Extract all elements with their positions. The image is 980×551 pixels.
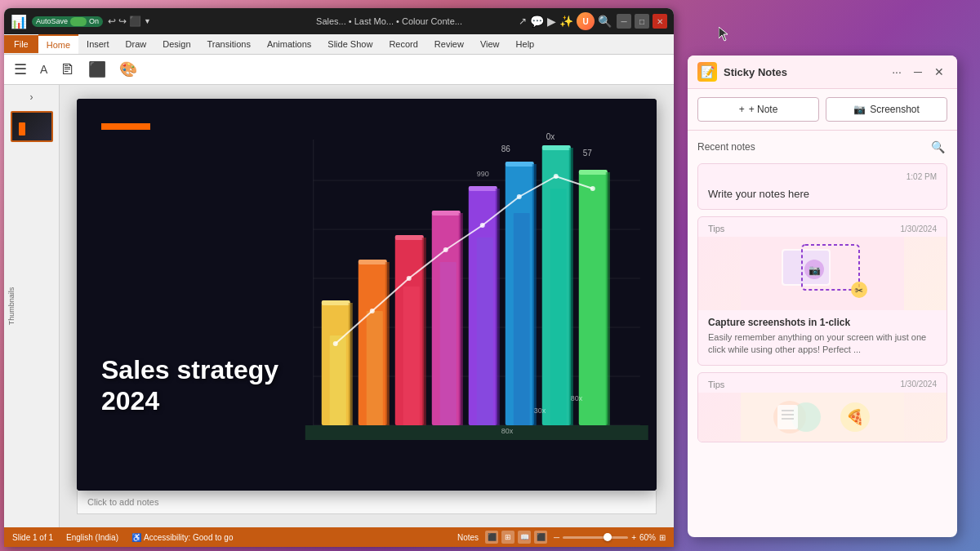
quick-access-icon[interactable]: ⬛ [129, 16, 141, 27]
redo-icon[interactable]: ↪ [118, 16, 127, 27]
zoom-slider[interactable]: ─ + 60% ⊞ [554, 533, 666, 542]
titlebar-left: 📊 AutoSave On ↩ ↪ ⬛ ▼ [11, 14, 260, 29]
ribbon-tool-icon-2[interactable]: A [37, 61, 51, 78]
tips-image-3: 🍕 [698, 393, 947, 442]
autosave-badge[interactable]: AutoSave On [32, 16, 103, 27]
tab-file[interactable]: File [4, 35, 38, 53]
slide-chart-area: 57 0x 86 30x 80x 990 80x [280, 99, 657, 491]
screenshot-label: Screenshot [870, 104, 920, 115]
undo-icon[interactable]: ↩ [108, 16, 116, 27]
profile-area: ↗ 💬 ▶ ✨ U 🔍 [519, 12, 612, 30]
svg-rect-28 [532, 164, 536, 425]
tab-draw[interactable]: Draw [118, 35, 155, 53]
svg-point-47 [516, 194, 521, 199]
comments-icon[interactable]: 💬 [530, 15, 544, 28]
tab-help[interactable]: Help [508, 35, 543, 53]
tab-design[interactable]: Design [154, 35, 198, 53]
ppt-app-icon: 📊 [11, 14, 27, 29]
screenshot-icon: 📷 [853, 104, 866, 115]
tips-card-2-header: Tips 1/30/2024 [698, 217, 947, 237]
ppt-statusbar: Slide 1 of 1 English (India) ♿ Accessibi… [4, 527, 674, 547]
collapse-thumbnails-btn[interactable]: › [27, 88, 37, 106]
thumb-bar-1 [19, 122, 25, 136]
zoom-level: 60% [639, 533, 656, 542]
tab-review[interactable]: Review [426, 35, 472, 53]
tab-view[interactable]: View [472, 35, 508, 53]
ribbon-tool-icon-4[interactable]: ⬛ [85, 59, 109, 80]
view-normal[interactable]: ⬛ [485, 531, 498, 544]
search-btn[interactable]: 🔍 [598, 15, 612, 28]
sticky-title-buttons: ··· ─ ✕ [889, 64, 947, 80]
view-book[interactable]: 📖 [518, 531, 531, 544]
svg-rect-32 [578, 172, 607, 425]
slide-thumbnail-1[interactable] [11, 111, 53, 142]
close-button[interactable]: ✕ [653, 14, 667, 29]
tips-content-2: Capture screenshots in 1-click Easily re… [698, 310, 947, 365]
screenshot-button[interactable]: 📷 Screenshot [826, 97, 947, 122]
window-controls: ─ □ ✕ [617, 14, 667, 29]
sticky-app-name: Sticky Notes [724, 66, 882, 78]
view-grid[interactable]: ⊞ [501, 531, 514, 544]
sticky-notes-window: 📝 Sticky Notes ··· ─ ✕ + + Note 📷 Screen… [688, 56, 957, 537]
tab-record[interactable]: Record [381, 35, 425, 53]
svg-point-44 [406, 276, 411, 281]
close-sticky-button[interactable]: ✕ [931, 64, 947, 80]
dropdown-icon[interactable]: ▼ [144, 17, 151, 25]
new-note-button[interactable]: + + Note [697, 97, 819, 122]
svg-point-49 [590, 186, 595, 191]
note-1-text: Write your notes here [708, 188, 809, 200]
tips-desc-2: Easily remember anything on your screen … [708, 331, 937, 357]
svg-rect-22 [458, 213, 462, 425]
ppt-titlebar: 📊 AutoSave On ↩ ↪ ⬛ ▼ Sales... • Last Mo… [4, 8, 674, 34]
maximize-button[interactable]: □ [635, 14, 649, 29]
svg-rect-66 [741, 393, 904, 442]
zoom-minus-icon[interactable]: ─ [554, 533, 559, 542]
svg-point-45 [443, 247, 448, 252]
note-card-3[interactable]: Tips 1/30/2024 🍕 [697, 372, 947, 442]
slide-canvas[interactable]: Sales strategy 2024 [77, 99, 657, 491]
add-notes-bar[interactable]: Click to add notes [77, 491, 657, 514]
svg-rect-24 [468, 186, 497, 191]
designer-icon[interactable]: ✨ [559, 15, 573, 28]
tips-image-2: ✂ 📷 [698, 237, 947, 310]
tab-slideshow[interactable]: Slide Show [319, 35, 381, 53]
view-presenter[interactable]: ⬛ [534, 531, 547, 544]
svg-rect-30 [541, 145, 570, 150]
plus-icon: + [739, 104, 745, 115]
tab-insert[interactable]: Insert [78, 35, 118, 53]
user-avatar[interactable]: U [577, 12, 595, 30]
minimize-sticky-button[interactable]: ─ [910, 64, 926, 80]
ribbon-tabs: File Home Insert Draw Design Transitions… [4, 34, 674, 55]
minimize-button[interactable]: ─ [617, 14, 631, 29]
more-options-button[interactable]: ··· [889, 64, 905, 80]
ribbon-tool-icon-5[interactable]: 🎨 [116, 59, 140, 80]
present-icon[interactable]: ▶ [547, 15, 556, 28]
note-card-2[interactable]: Tips 1/30/2024 ✂ 📷 [697, 216, 947, 366]
recent-notes-header: Recent notes 🔍 [688, 131, 957, 160]
slide-title-line1: Sales strategy [101, 355, 278, 384]
fit-icon[interactable]: ⊞ [659, 533, 666, 542]
autosave-toggle[interactable] [70, 17, 87, 26]
powerpoint-window: 📊 AutoSave On ↩ ↪ ⬛ ▼ Sales... • Last Mo… [4, 8, 674, 547]
tab-home[interactable]: Home [38, 34, 78, 54]
ribbon-tool-icon-3[interactable]: 🖹 [57, 60, 78, 80]
notes-btn[interactable]: Notes [457, 533, 479, 542]
status-accessibility[interactable]: ♿ Accessibility: Good to go [131, 533, 234, 542]
ribbon-tool-icon-1[interactable]: ☰ [11, 59, 30, 80]
svg-point-46 [479, 223, 484, 228]
tab-transitions[interactable]: Transitions [199, 35, 259, 53]
zoom-track[interactable] [563, 536, 628, 539]
tips-label-3: Tips [708, 380, 724, 389]
share-icon[interactable]: ↗ [519, 16, 527, 27]
svg-text:80x: 80x [501, 427, 513, 435]
status-right: Notes ⬛ ⊞ 📖 ⬛ ─ + 60% ⊞ [457, 531, 666, 544]
note-card-1[interactable]: 1:02 PM Write your notes here [697, 163, 947, 210]
slide-title-line2: 2024 [101, 386, 159, 415]
tips-card-3-header: Tips 1/30/2024 [698, 373, 947, 393]
svg-point-42 [332, 341, 337, 346]
tab-animations[interactable]: Animations [259, 35, 319, 53]
zoom-plus-icon[interactable]: + [631, 533, 636, 542]
search-notes-button[interactable]: 🔍 [928, 137, 947, 157]
svg-rect-41 [550, 189, 566, 425]
slide-canvas-area[interactable]: Sales strategy 2024 [60, 85, 674, 527]
